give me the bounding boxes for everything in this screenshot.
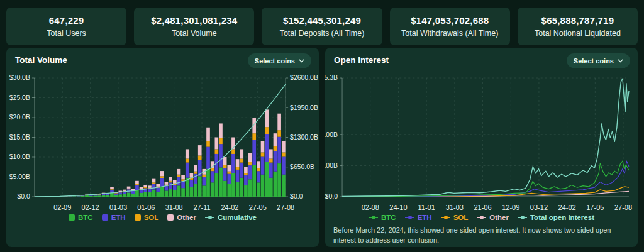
svg-text:$1950.0B: $1950.0B [290,104,318,111]
svg-text:11-01: 11-01 [418,204,435,211]
svg-text:$5.00B: $5.00B [9,173,30,180]
legend-label: ETH [111,214,126,221]
legend-marker-icon [102,214,108,221]
legend-marker-icon [69,214,75,221]
svg-text:24-02: 24-02 [221,204,238,211]
svg-text:$10.0B: $10.0B [9,153,30,160]
legend-label: Total open interest [530,214,594,221]
stat-card-total-notional-liquidated: $65,888,787,719 Total Notional Liquidate… [518,8,638,45]
svg-text:03-12: 03-12 [530,204,548,211]
legend-label: Cumulative [218,214,257,221]
legend-marker-icon [167,214,174,221]
svg-text:01-06: 01-06 [137,204,155,211]
svg-text:$650.0B: $650.0B [290,163,314,170]
legend-item-btc[interactable]: BTC [369,214,396,221]
legend-marker-icon [477,217,486,218]
stat-label: Total Volume [172,29,217,38]
svg-text:12-09: 12-09 [502,204,519,211]
total-volume-panel: Total Volume Select coins 02-0902-1201-0… [6,48,319,247]
open-interest-panel: Open Interest Select coins 02-0824-1011-… [325,48,638,247]
open-interest-legend: BTCETHSOLOtherTotal open interest [325,212,638,222]
svg-text:31-08: 31-08 [165,204,183,211]
stat-card-total-users: 647,229 Total Users [6,8,126,45]
legend-label: ETH [418,214,432,221]
svg-text:$15.3B: $15.3B [325,74,338,82]
svg-text:$0.0: $0.0 [290,193,303,200]
svg-text:02-08: 02-08 [362,204,379,211]
legend-marker-icon [205,217,214,218]
legend-label: SOL [144,214,159,221]
svg-text:27-08: 27-08 [614,204,632,211]
legend-marker-icon [441,217,450,218]
total-volume-chart: 02-0902-1201-0301-0631-0827-1124-0227-05… [6,48,319,219]
svg-text:$30.0B: $30.0B [9,74,30,81]
svg-text:$15.0B: $15.0B [9,134,30,141]
svg-text:$4.00B: $4.00B [325,162,338,169]
svg-text:$2600.0B: $2600.0B [290,74,318,81]
legend-marker-icon [405,217,414,218]
legend-item-other[interactable]: Other [167,214,196,221]
legend-item-other[interactable]: Other [477,214,509,221]
charts-area: Total Volume Select coins 02-0902-1201-0… [0,45,644,247]
legend-item-btc[interactable]: BTC [69,214,93,221]
stat-value: $147,053,702,688 [411,15,489,26]
svg-text:02-09: 02-09 [53,204,71,211]
legend-item-total-open-interest[interactable]: Total open interest [518,214,594,221]
stat-value: 647,229 [49,15,84,26]
svg-text:17-05: 17-05 [586,204,604,211]
total-volume-legend: BTCETHSOLOtherCumulative [6,212,319,222]
stat-card-total-withdrawals: $147,053,702,688 Total Withdrawals (All … [390,8,510,45]
stat-value: $152,445,301,249 [283,15,361,26]
svg-text:21-06: 21-06 [474,204,491,211]
svg-text:01-03: 01-03 [109,204,127,211]
stat-value: $65,888,787,719 [541,15,614,26]
stat-label: Total Notional Liquidated [535,29,621,38]
stat-value: $2,481,301,081,234 [151,15,237,26]
svg-text:24-10: 24-10 [389,204,407,211]
stats-row: 647,229 Total Users $2,481,301,081,234 T… [0,0,644,45]
legend-item-cumulative[interactable]: Cumulative [205,214,257,221]
svg-text:$0.0: $0.0 [18,193,31,200]
legend-item-sol[interactable]: SOL [441,214,469,221]
svg-text:$0.0: $0.0 [325,193,338,200]
svg-text:27-08: 27-08 [277,204,294,211]
stat-label: Total Withdrawals (All Time) [401,29,498,38]
svg-text:24-02: 24-02 [558,204,576,211]
svg-text:$1300.0B: $1300.0B [290,134,318,141]
open-interest-footnote: Before March 22, 2024, this showed one-s… [333,226,630,246]
legend-item-eth[interactable]: ETH [405,214,432,221]
legend-item-sol[interactable]: SOL [135,214,159,221]
svg-text:31-03: 31-03 [446,204,464,211]
legend-label: BTC [381,214,396,221]
legend-marker-icon [369,217,378,218]
stat-label: Total Deposits (All Time) [280,29,365,38]
legend-label: Other [489,214,509,221]
stat-card-total-deposits: $152,445,301,249 Total Deposits (All Tim… [262,8,382,45]
legend-marker-icon [518,217,527,218]
open-interest-chart: 02-0824-1011-0131-0321-0612-0903-1224-02… [325,48,638,219]
svg-text:02-12: 02-12 [82,204,99,211]
legend-label: BTC [78,214,93,221]
legend-item-eth[interactable]: ETH [102,214,126,221]
svg-text:$20.0B: $20.0B [9,114,30,121]
svg-text:27-05: 27-05 [249,204,267,211]
svg-text:$8.00B: $8.00B [325,131,338,138]
stat-card-total-volume: $2,481,301,081,234 Total Volume [134,8,254,45]
legend-label: Other [177,214,196,221]
svg-text:$25.0B: $25.0B [9,94,30,101]
legend-label: SOL [453,214,469,221]
stat-label: Total Users [47,29,86,38]
svg-text:27-11: 27-11 [193,204,210,211]
legend-marker-icon [135,214,141,221]
